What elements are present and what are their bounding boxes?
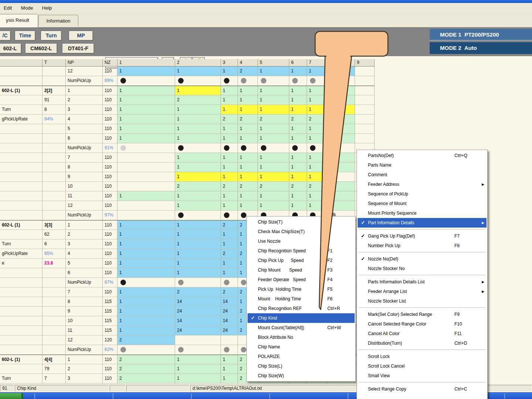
data-cell[interactable]: 1: [307, 163, 327, 172]
data-cell[interactable]: 1: [289, 134, 307, 143]
nz-cell[interactable]: 115: [103, 326, 117, 335]
block-label-cell[interactable]: [0, 76, 42, 86]
data-cell[interactable]: 1: [307, 86, 327, 95]
menu-item-part-information-details[interactable]: ✓Part Information Details▶: [358, 218, 487, 228]
time-button[interactable]: Time: [15, 31, 35, 41]
block-label-cell[interactable]: [0, 335, 42, 345]
data-cell[interactable]: [355, 115, 375, 124]
menu-item-nozzle-stocker-list[interactable]: Nozzle Stocker List: [358, 296, 487, 306]
np-cell[interactable]: 2: [66, 230, 103, 239]
data-cell[interactable]: 1: [117, 191, 175, 201]
t-cell[interactable]: 62: [42, 230, 66, 239]
block-label-cell[interactable]: [0, 364, 42, 374]
data-cell[interactable]: [307, 143, 327, 153]
nz-cell[interactable]: 97%: [103, 211, 117, 220]
column-header[interactable]: 2: [175, 59, 221, 66]
data-cell[interactable]: 1: [258, 95, 289, 105]
block-label-cell[interactable]: [0, 124, 42, 134]
data-cell[interactable]: 1: [307, 66, 327, 76]
data-cell[interactable]: [258, 143, 289, 153]
nz-cell[interactable]: 110: [103, 355, 117, 364]
menu-item-feeder-arrange-list[interactable]: Feeder Arrange List▶: [358, 287, 487, 296]
data-cell[interactable]: 1: [117, 297, 175, 307]
nz-cell[interactable]: 110: [103, 364, 117, 374]
data-cell[interactable]: 1: [258, 66, 289, 76]
data-cell[interactable]: 1: [175, 220, 221, 230]
taskbar-button-divider[interactable]: [504, 393, 505, 399]
menu-item-check-max-chipsize-t[interactable]: Check Max ChipSize(T): [248, 227, 355, 236]
block-label-cell[interactable]: [0, 345, 42, 355]
data-cell[interactable]: 1: [238, 105, 258, 115]
menu-item-chip-size-l[interactable]: Chip Size(L): [248, 361, 355, 371]
data-cell[interactable]: 2: [327, 115, 355, 124]
column-header[interactable]: [0, 59, 42, 66]
data-cell[interactable]: 1: [327, 182, 355, 191]
data-cell[interactable]: 2: [221, 249, 238, 259]
menu-item-mount-holding-time[interactable]: Mount Holding TimeF6: [248, 294, 355, 304]
data-cell[interactable]: 1: [117, 220, 175, 230]
block-label-cell[interactable]: [0, 211, 42, 220]
nz-cell[interactable]: 115: [103, 297, 117, 307]
nz-cell[interactable]: 115: [103, 316, 117, 326]
nz-cell[interactable]: 62%: [103, 345, 117, 355]
np-cell[interactable]: 12: [66, 335, 103, 345]
t-cell[interactable]: 3[3]: [42, 220, 66, 230]
taskbar-button-divider[interactable]: [269, 393, 270, 399]
data-cell[interactable]: 1: [327, 163, 355, 172]
data-cell[interactable]: 2: [117, 374, 175, 383]
t-cell[interactable]: 4[4]: [42, 355, 66, 364]
data-cell[interactable]: 1: [117, 268, 175, 278]
block-label-cell[interactable]: Turn: [0, 374, 42, 383]
data-cell[interactable]: 14: [221, 297, 238, 307]
t-cell[interactable]: 6: [42, 239, 66, 249]
data-cell[interactable]: 1: [289, 191, 307, 201]
t-cell[interactable]: [42, 335, 66, 345]
data-cell[interactable]: [355, 124, 375, 134]
turn-button[interactable]: Turn: [41, 31, 62, 41]
block-label-cell[interactable]: [0, 316, 42, 326]
data-cell[interactable]: [117, 163, 175, 172]
data-cell[interactable]: 1: [289, 95, 307, 105]
nz-cell[interactable]: 110: [103, 105, 117, 115]
np-cell[interactable]: NumPickUp: [66, 143, 103, 153]
nz-cell[interactable]: 110: [103, 191, 117, 201]
data-cell[interactable]: [117, 76, 175, 86]
data-cell[interactable]: 2: [238, 182, 258, 191]
np-cell[interactable]: 11: [66, 326, 103, 335]
data-cell[interactable]: [221, 76, 238, 86]
data-cell[interactable]: 1: [289, 153, 307, 163]
data-cell[interactable]: 1: [289, 201, 307, 211]
t-cell[interactable]: [42, 182, 66, 191]
menu-item-chip-size-t[interactable]: Chip Size(T): [248, 217, 355, 227]
data-cell[interactable]: 2: [258, 182, 289, 191]
tab-analysis-result[interactable]: ysis Result: [0, 14, 38, 27]
block-label-cell[interactable]: e: [0, 259, 42, 268]
data-cell[interactable]: 1: [258, 105, 289, 115]
t-cell[interactable]: [42, 316, 66, 326]
menu-item-sequence-of-mount[interactable]: Sequence of Mount: [358, 199, 487, 208]
menu-item-chip-pick-up-speed[interactable]: Chip Pick Up SpeedF2: [248, 256, 355, 265]
column-header[interactable]: T: [42, 59, 66, 66]
block-label-cell[interactable]: Turn: [0, 105, 42, 115]
data-cell[interactable]: [117, 345, 175, 355]
mp-button[interactable]: MP: [69, 31, 93, 41]
menu-item-chip-recognition-speed[interactable]: Chip Recognition SpeedF1: [248, 246, 355, 256]
data-cell[interactable]: 1: [327, 191, 355, 201]
block-label-cell[interactable]: 602-L (1): [0, 355, 42, 364]
data-cell[interactable]: 1: [221, 374, 238, 383]
t-cell[interactable]: [42, 278, 66, 287]
np-cell[interactable]: 5: [66, 124, 103, 134]
nz-cell[interactable]: 110: [103, 95, 117, 105]
data-cell[interactable]: [117, 211, 175, 220]
data-cell[interactable]: 14: [175, 316, 221, 326]
data-cell[interactable]: 2: [327, 172, 355, 182]
data-cell[interactable]: [355, 76, 375, 86]
column-header[interactable]: 3: [221, 59, 238, 66]
data-cell[interactable]: 1: [175, 134, 221, 143]
data-cell[interactable]: 1: [117, 115, 175, 124]
data-cell[interactable]: [175, 211, 221, 220]
nz-cell[interactable]: 110: [103, 259, 117, 268]
np-cell[interactable]: NumPickUp: [66, 278, 103, 287]
np-cell[interactable]: 9: [66, 172, 103, 182]
data-cell[interactable]: [355, 134, 375, 143]
